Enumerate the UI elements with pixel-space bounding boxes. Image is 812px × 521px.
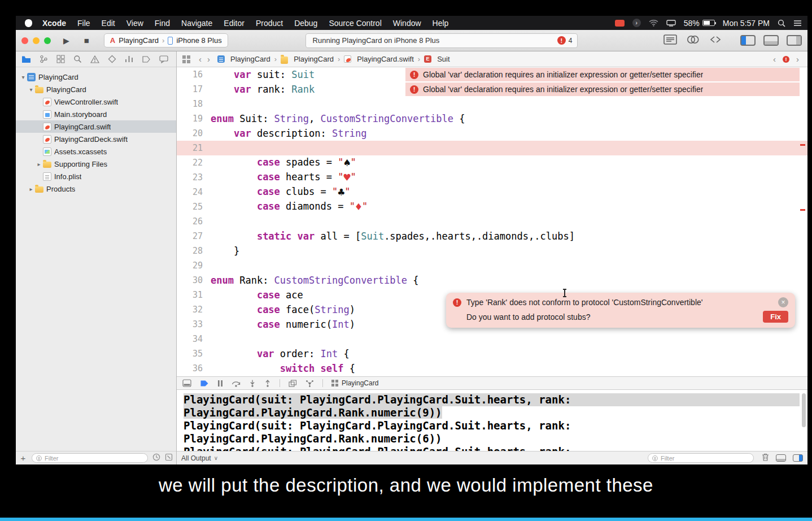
- code-line-27[interactable]: 27 static var all = [Suit.spades,.hearts…: [177, 229, 807, 244]
- breadcrumb-playingcard-swift[interactable]: PlayingCard.swift: [344, 55, 413, 63]
- disclosure-open-icon[interactable]: ▾: [27, 86, 35, 93]
- test-navigator-icon[interactable]: [108, 55, 116, 63]
- hide-debug-area-icon[interactable]: [182, 379, 191, 387]
- step-into-icon[interactable]: [249, 380, 256, 387]
- code-line-26[interactable]: 26: [177, 214, 807, 229]
- code-line-25[interactable]: 25 case diamonds = "♦": [177, 199, 807, 214]
- code-line-19[interactable]: 19enum Suit: String, CustomStringConvert…: [177, 111, 807, 126]
- code-line-36[interactable]: 36 switch self {: [177, 361, 807, 376]
- file-row-assets-xcassets[interactable]: Assets.xcassets: [16, 145, 176, 158]
- error-count-icon[interactable]: !: [557, 36, 566, 45]
- version-editor-icon[interactable]: [709, 34, 722, 47]
- output-filter-dropdown[interactable]: All Output: [181, 454, 211, 462]
- related-items-icon[interactable]: [182, 55, 190, 63]
- file-row-supporting-files[interactable]: ▸Supporting Files: [16, 158, 176, 170]
- memory-graph-icon[interactable]: [305, 380, 314, 387]
- assistant-editor-icon[interactable]: [686, 34, 700, 47]
- notification-center-icon[interactable]: [793, 20, 802, 27]
- disclosure-closed-icon[interactable]: ▸: [27, 186, 35, 192]
- code-line-21[interactable]: 21: [177, 141, 807, 155]
- pause-icon[interactable]: [217, 380, 223, 387]
- breakpoints-toggle-icon[interactable]: [200, 380, 209, 387]
- code-line-23[interactable]: 23 case hearts = "♥": [177, 170, 807, 185]
- step-out-icon[interactable]: [264, 380, 271, 387]
- breadcrumb-playingcard[interactable]: PlayingCard: [217, 55, 270, 63]
- toggle-debug-area-button[interactable]: [763, 35, 779, 46]
- menu-source-control[interactable]: Source Control: [323, 19, 387, 28]
- play-badge-icon[interactable]: ›: [632, 19, 641, 27]
- run-button[interactable]: ▶: [63, 36, 69, 45]
- wifi-icon[interactable]: [649, 19, 658, 27]
- spotlight-search-icon[interactable]: [778, 19, 785, 27]
- code-line-34[interactable]: 34: [177, 332, 807, 346]
- code-line-29[interactable]: 29: [177, 258, 807, 273]
- fix-button[interactable]: Fix: [763, 311, 788, 323]
- breakpoint-navigator-icon[interactable]: [142, 55, 151, 63]
- file-row-viewcontroller-swift[interactable]: ViewController.swift: [16, 95, 176, 108]
- menu-find[interactable]: Find: [149, 19, 176, 28]
- debug-navigator-icon[interactable]: [125, 55, 133, 63]
- scheme-selector[interactable]: A PlayingCard › iPhone 8 Plus: [104, 33, 228, 47]
- record-badge-icon[interactable]: [615, 20, 625, 27]
- code-line-30[interactable]: 30enum Rank: CustomStringConvertible {: [177, 273, 807, 288]
- view-debugger-icon[interactable]: [289, 380, 297, 387]
- breadcrumb-suit[interactable]: ESuit: [424, 55, 449, 63]
- console-scrollbar[interactable]: [802, 393, 806, 427]
- find-navigator-icon[interactable]: [73, 55, 82, 63]
- forward-button[interactable]: ›: [204, 54, 213, 64]
- menu-clock[interactable]: Mon 5:57 PM: [723, 19, 770, 28]
- navigator-filter-input[interactable]: Filter: [32, 453, 148, 463]
- display-mirroring-icon[interactable]: [666, 20, 676, 27]
- step-over-icon[interactable]: [232, 380, 241, 387]
- zoom-window-button[interactable]: [44, 37, 51, 44]
- recent-files-icon[interactable]: [152, 453, 160, 463]
- menu-xcode[interactable]: Xcode: [37, 19, 72, 28]
- toggle-navigator-button[interactable]: [740, 35, 756, 46]
- menu-debug[interactable]: Debug: [289, 19, 323, 28]
- video-progress-bar[interactable]: [0, 518, 812, 521]
- code-line-20[interactable]: 20 var description: String: [177, 126, 807, 141]
- file-row-main-storyboard[interactable]: Main.storyboard: [16, 108, 176, 120]
- code-line-35[interactable]: 35 var order: Int {: [177, 346, 807, 361]
- issue-navigator-icon[interactable]: [90, 55, 99, 63]
- standard-editor-icon[interactable]: [663, 34, 677, 47]
- breadcrumb-playingcard[interactable]: PlayingCard: [281, 55, 334, 64]
- add-file-button[interactable]: +: [19, 453, 27, 463]
- previous-issue-button[interactable]: ‹: [770, 54, 779, 64]
- menu-file[interactable]: File: [72, 19, 96, 28]
- console-line[interactable]: PlayingCard(suit: PlayingCard.PlayingCar…: [184, 445, 807, 451]
- file-row-info-plist[interactable]: Info.plist: [16, 170, 176, 183]
- code-line-22[interactable]: 22 case spades = "♠": [177, 155, 807, 170]
- file-row-playingcarddeck-swift[interactable]: PlayingCardDeck.swift: [16, 133, 176, 145]
- file-row-products[interactable]: ▸Products: [16, 183, 176, 195]
- close-icon[interactable]: ×: [778, 297, 788, 307]
- code-line-16[interactable]: 16 var suit: Suit!Global 'var' declarati…: [177, 67, 807, 82]
- menu-product[interactable]: Product: [250, 19, 289, 28]
- process-chip[interactable]: PlayingCard: [331, 379, 378, 387]
- source-editor[interactable]: 16 var suit: Suit!Global 'var' declarati…: [177, 67, 807, 376]
- menu-help[interactable]: Help: [427, 19, 455, 28]
- trash-icon[interactable]: [762, 453, 769, 463]
- toggle-console-view-button[interactable]: [793, 454, 803, 462]
- code-line-18[interactable]: 18: [177, 97, 807, 111]
- toggle-variables-view-button[interactable]: [776, 454, 786, 462]
- disclosure-open-icon[interactable]: ▾: [19, 74, 27, 80]
- menu-edit[interactable]: Edit: [96, 19, 121, 28]
- console-line[interactable]: PlayingCard(suit: PlayingCard.PlayingCar…: [184, 419, 807, 432]
- menu-navigate[interactable]: Navigate: [176, 19, 218, 28]
- close-window-button[interactable]: [21, 37, 28, 44]
- menu-editor[interactable]: Editor: [218, 19, 250, 28]
- disclosure-closed-icon[interactable]: ▸: [35, 161, 43, 167]
- file-row-playingcard-swift[interactable]: PlayingCard.swift: [16, 120, 176, 133]
- next-issue-button[interactable]: ›: [793, 54, 802, 64]
- menu-view[interactable]: View: [121, 19, 149, 28]
- file-row-playingcard[interactable]: ▾PlayingCard: [16, 71, 176, 83]
- menu-window[interactable]: Window: [387, 19, 427, 28]
- back-button[interactable]: ‹: [196, 54, 204, 64]
- minimize-window-button[interactable]: [33, 37, 40, 44]
- battery-indicator[interactable]: 58%: [684, 19, 715, 28]
- unsaved-files-icon[interactable]: [165, 453, 173, 463]
- console-line[interactable]: PlayingCard(suit: PlayingCard.PlayingCar…: [184, 393, 800, 406]
- console-line[interactable]: PlayingCard.PlayingCard.Rank.numeric(9)): [184, 406, 807, 419]
- source-control-navigator-icon[interactable]: [40, 55, 48, 63]
